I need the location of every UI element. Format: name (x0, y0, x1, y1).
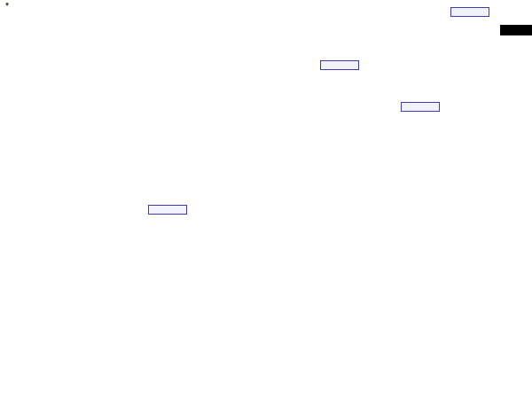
collapse-indicator-icon[interactable]: ▼ (4, 2, 10, 7)
chart-window: ▼ (0, 0, 532, 399)
price-annotation-resistance (320, 60, 359, 70)
price-annotation-low (148, 205, 187, 215)
price-annotation-high (450, 7, 489, 17)
chart-canvas (0, 0, 532, 399)
price-annotation-support (401, 102, 440, 112)
rsi-indicator-label (3, 309, 6, 317)
macd-indicator-label (3, 221, 6, 229)
chart-title: ▼ (4, 3, 20, 8)
current-price-badge (500, 25, 532, 35)
